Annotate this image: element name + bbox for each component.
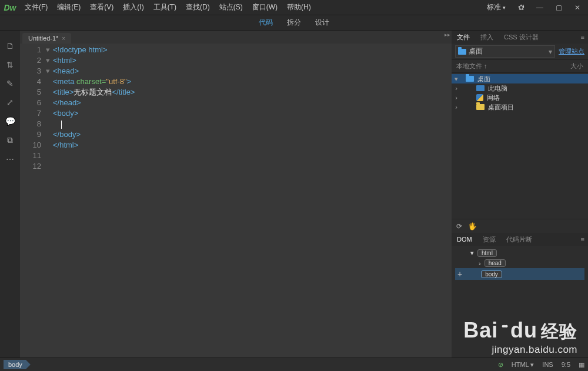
dom-node[interactable]: ▾html: [455, 248, 584, 258]
files-site-selector-row: 桌面 ▾ 管理站点: [452, 44, 588, 60]
menu-insert[interactable]: 插入(I): [118, 0, 148, 15]
tag-breadcrumb[interactable]: body: [4, 360, 31, 369]
view-split[interactable]: 拆分: [287, 18, 301, 28]
expand-icon[interactable]: ⤢: [6, 98, 14, 107]
menu-view[interactable]: 查看(V): [85, 0, 118, 15]
col-size[interactable]: 大小: [570, 62, 583, 71]
py-icon: [476, 94, 483, 101]
view-mode-bar: 代码 拆分 设计: [0, 15, 588, 31]
menu-help[interactable]: 帮助(H): [282, 0, 316, 15]
files-panel-footer: ⟳ 🖐: [452, 219, 588, 233]
tab-title: Untitled-1*: [28, 35, 58, 42]
menu-file[interactable]: 文件(F): [20, 0, 52, 15]
pc-icon: [476, 85, 485, 91]
panel-menu-icon[interactable]: ≡: [577, 236, 588, 243]
folder-icon: [466, 76, 474, 82]
window-controls: 标准 ! — ▢ ✕: [483, 1, 588, 14]
status-insert-mode[interactable]: INS: [542, 361, 553, 368]
col-local-files[interactable]: 本地文件 ↑: [456, 62, 487, 71]
status-language[interactable]: HTML ▾: [512, 361, 534, 369]
tab-dom[interactable]: DOM: [452, 233, 477, 245]
editor-area: Untitled-1* × 123456789101112 ▾▾▾ <!doct…: [20, 31, 452, 357]
tab-files[interactable]: 文件: [452, 31, 475, 44]
menu-site[interactable]: 站点(S): [215, 0, 248, 15]
document-tabstrip: Untitled-1* ×: [20, 31, 452, 44]
refresh-icon[interactable]: ⟳: [456, 222, 462, 230]
menu-tools[interactable]: 工具(T): [149, 0, 181, 15]
add-node-icon[interactable]: +: [457, 269, 462, 279]
manage-sites-link[interactable]: 管理站点: [555, 47, 584, 56]
close-icon[interactable]: ✕: [570, 2, 584, 13]
main-area: 🗋 ⇅ ✎ ⤢ 💬 ⧉ ⋯ Untitled-1* × 123456789101…: [0, 31, 588, 357]
wand-icon[interactable]: ✎: [6, 79, 14, 88]
menu-find[interactable]: 查找(D): [181, 0, 215, 15]
dom-node[interactable]: +body: [455, 268, 584, 280]
tree-row[interactable]: ▾桌面: [452, 74, 588, 83]
tree-row[interactable]: ›桌面项目: [452, 102, 588, 112]
status-cursor-pos: 9:5: [562, 361, 570, 368]
comment-icon[interactable]: 💬: [5, 116, 15, 126]
app-logo: Dw: [0, 3, 20, 12]
snippet-icon[interactable]: ⧉: [7, 135, 13, 145]
workspace-switcher[interactable]: 标准: [483, 1, 509, 14]
files-panel-tabs: 文件 插入 CSS 设计器 ≡: [452, 31, 588, 44]
panel-collapse-icon[interactable]: ▸▸: [445, 32, 450, 38]
dom-panel: DOM 资源 代码片断 ≡ ▾html›head+body: [452, 233, 588, 357]
right-panels: 文件 插入 CSS 设计器 ≡ 桌面 ▾ 管理站点 本地文件 ↑ 大小 ▾桌面›…: [452, 31, 588, 357]
files-column-headers: 本地文件 ↑ 大小: [452, 60, 588, 73]
sync-settings-icon[interactable]: !: [514, 2, 528, 13]
line-gutter: 123456789101112: [20, 44, 46, 357]
tab-resources[interactable]: 资源: [477, 233, 501, 246]
tab-css-designer[interactable]: CSS 设计器: [499, 31, 544, 44]
fy-icon: [476, 104, 485, 110]
folder-icon: [458, 49, 466, 55]
file-manage-icon[interactable]: 🗋: [6, 41, 14, 51]
sync-icon[interactable]: 🖐: [468, 222, 477, 230]
dom-panel-tabs: DOM 资源 代码片断 ≡: [452, 233, 588, 246]
tree-row[interactable]: ›此电脑: [452, 83, 588, 93]
view-design[interactable]: 设计: [315, 18, 329, 28]
statusbar: body ⊘ HTML ▾ INS 9:5 ▦: [0, 357, 588, 371]
more-icon[interactable]: ⋯: [6, 155, 14, 164]
dom-node[interactable]: ›head: [455, 258, 584, 268]
files-tree[interactable]: ▾桌面›此电脑›网络›桌面项目: [452, 73, 588, 219]
settings-icon[interactable]: ⇅: [6, 60, 14, 69]
site-selector-label: 桌面: [469, 46, 483, 56]
tab-close-icon[interactable]: ×: [62, 35, 65, 42]
tree-row[interactable]: ›网络: [452, 93, 588, 102]
chevron-down-icon: ▾: [549, 48, 552, 56]
fold-column: ▾▾▾: [46, 44, 53, 357]
minimize-icon[interactable]: —: [533, 2, 547, 13]
left-toolstrip: 🗋 ⇅ ✎ ⤢ 💬 ⧉ ⋯: [0, 31, 20, 357]
site-selector[interactable]: 桌面 ▾: [455, 45, 555, 58]
maximize-icon[interactable]: ▢: [552, 2, 566, 13]
code-editor[interactable]: 123456789101112 ▾▾▾ <!doctype html><html…: [20, 44, 452, 357]
menubar: 文件(F) 编辑(E) 查看(V) 插入(I) 工具(T) 查找(D) 站点(S…: [20, 0, 316, 15]
status-overview-icon[interactable]: ▦: [579, 361, 584, 369]
titlebar: Dw 文件(F) 编辑(E) 查看(V) 插入(I) 工具(T) 查找(D) 站…: [0, 0, 588, 15]
tab-snippets[interactable]: 代码片断: [501, 233, 537, 246]
menu-edit[interactable]: 编辑(E): [52, 0, 85, 15]
panel-menu-icon[interactable]: ≡: [577, 34, 588, 41]
code-content[interactable]: <!doctype html><html><head><meta charset…: [53, 44, 452, 357]
status-ok-icon: ⊘: [498, 361, 503, 369]
tab-insert[interactable]: 插入: [475, 31, 499, 44]
document-tab[interactable]: Untitled-1* ×: [22, 33, 71, 44]
menu-window[interactable]: 窗口(W): [248, 0, 282, 15]
dom-tree[interactable]: ▾html›head+body: [452, 246, 588, 282]
view-code[interactable]: 代码: [259, 18, 273, 28]
